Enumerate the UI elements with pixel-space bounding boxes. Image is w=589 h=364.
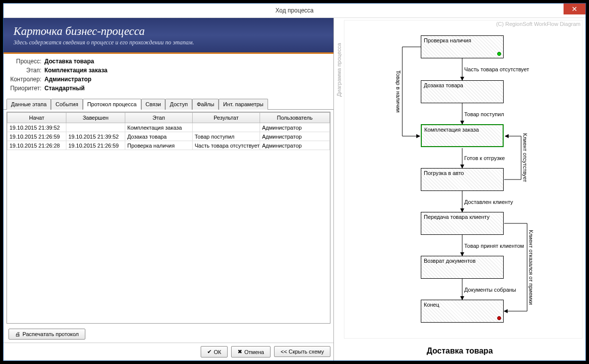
app-window: Ход процесса ✕ Карточка бизнес-процесса … xyxy=(3,3,586,361)
diagram-area[interactable]: Проверка наличия Дозаказ товара Комплект… xyxy=(344,20,583,339)
col-user[interactable]: Пользователь xyxy=(260,113,330,123)
table-buttons: 🖨 Распечатать протокол xyxy=(3,326,333,343)
col-stage[interactable]: Этап xyxy=(125,113,193,123)
hide-scheme-button[interactable]: << Скрыть схему xyxy=(274,346,330,357)
tab-files[interactable]: Файлы xyxy=(192,99,219,110)
controller-label: Контролер: xyxy=(8,76,41,83)
table-row[interactable]: 19.10.2015 21:39:52 Комплектация заказа … xyxy=(7,123,330,132)
protocol-table-container[interactable]: Начат Завершен Этап Результат Пользовате… xyxy=(6,112,330,324)
diagram-title: Доставка товара xyxy=(334,347,586,356)
flow-node-picking[interactable]: Комплектация заказа xyxy=(421,124,504,147)
table-row[interactable]: 19.10.2015 21:26:59 19.10.2015 21:39:52 … xyxy=(7,132,330,141)
cancel-button[interactable]: ✖ Отмена xyxy=(231,346,270,358)
tabs: Данные этапа События Протокол процесса С… xyxy=(3,99,333,110)
stage-value: Комплектация заказа xyxy=(44,67,107,74)
close-button[interactable]: ✕ xyxy=(564,3,586,14)
table-row[interactable]: 19.10.2015 21:26:28 19.10.2015 21:26:59 … xyxy=(7,141,330,150)
tab-access[interactable]: Доступ xyxy=(165,99,192,110)
flow-node-reorder[interactable]: Дозаказ товара xyxy=(421,80,504,103)
process-label: Процесс: xyxy=(8,58,41,65)
edge-label: Товар в наличии xyxy=(395,70,401,113)
end-dot-icon xyxy=(497,316,501,320)
col-started[interactable]: Начат xyxy=(7,113,66,123)
flow-node-end[interactable]: Конец xyxy=(421,300,504,323)
check-icon: ✔ xyxy=(207,349,212,355)
priority-value: Стандартный xyxy=(44,85,85,92)
content: Карточка бизнес-процесса Здесь содержатс… xyxy=(3,18,586,361)
diagram-pane: Диаграмма процесса (C) RegionSoft WorkFl… xyxy=(334,18,586,361)
titlebar: Ход процесса ✕ xyxy=(3,3,586,18)
edge-label: Готов к отгрузке xyxy=(464,155,505,161)
printer-icon: 🖨 xyxy=(15,331,20,337)
edge-label: Клиент отказался от приемки xyxy=(528,230,534,305)
col-finished[interactable]: Завершен xyxy=(66,113,125,123)
flow-node-loading[interactable]: Погрузка в авто xyxy=(421,168,504,191)
process-value: Доставка товара xyxy=(44,58,94,65)
edge-label: Документы собраны xyxy=(464,287,516,293)
footer-buttons: ✔ ОК ✖ Отмена << Скрыть схему xyxy=(3,343,333,361)
edge-label: Клиент отсутствует xyxy=(522,133,528,182)
tab-stage-data[interactable]: Данные этапа xyxy=(6,99,51,110)
edge-label: Товар поступил xyxy=(464,111,504,117)
flow-node-return-docs[interactable]: Возврат документов xyxy=(421,256,504,279)
tab-int-params[interactable]: Инт. параметры xyxy=(219,99,268,110)
edge-label: Часть товара отсутствует xyxy=(464,66,529,72)
priority-label: Приоритет: xyxy=(8,85,41,92)
edge-label: Товар принят клиентом xyxy=(464,243,524,249)
tab-links[interactable]: Связи xyxy=(141,99,166,110)
left-pane: Карточка бизнес-процесса Здесь содержатс… xyxy=(3,18,334,361)
diagram-side-label: Диаграмма процесса xyxy=(336,43,342,97)
cancel-icon: ✖ xyxy=(238,349,242,355)
protocol-table: Начат Завершен Этап Результат Пользовате… xyxy=(7,112,330,302)
page-title: Карточка бизнес-процесса xyxy=(13,25,323,38)
tab-protocol[interactable]: Протокол процесса xyxy=(83,99,141,110)
ok-button[interactable]: ✔ ОК xyxy=(201,346,228,358)
close-icon: ✕ xyxy=(572,5,578,13)
flow-node-handover[interactable]: Передача товара клиенту xyxy=(421,212,504,235)
print-protocol-button[interactable]: 🖨 Распечатать протокол xyxy=(8,329,85,340)
stage-label: Этап: xyxy=(8,67,41,74)
info-block: Процесс: Доставка товара Этап: Комплекта… xyxy=(3,54,333,97)
controller-value: Администратор xyxy=(44,76,91,83)
start-dot-icon xyxy=(497,52,501,56)
page-subtitle: Здесь содержатся сведения о процессе и е… xyxy=(13,39,323,46)
header-banner: Карточка бизнес-процесса Здесь содержатс… xyxy=(3,18,333,54)
window-title: Ход процесса xyxy=(3,7,586,14)
edge-label: Доставлен клиенту xyxy=(464,199,513,205)
flow-node-check-stock[interactable]: Проверка наличия xyxy=(421,35,504,58)
tab-events[interactable]: События xyxy=(51,99,82,110)
col-result[interactable]: Результат xyxy=(193,113,260,123)
